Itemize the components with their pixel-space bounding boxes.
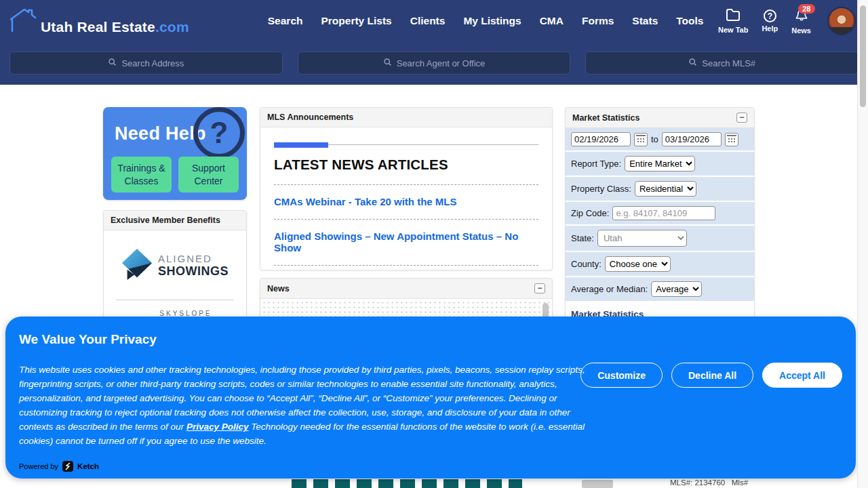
state-label: State: bbox=[571, 233, 594, 243]
calendar-icon[interactable] bbox=[725, 133, 738, 146]
report-type-label: Report Type: bbox=[571, 159, 621, 169]
top-navigation-bar: Utah Real Estate.com Search Property Lis… bbox=[0, 0, 868, 85]
average-median-label: Average or Median: bbox=[571, 284, 648, 294]
dashed-divider bbox=[274, 184, 538, 185]
user-avatar[interactable] bbox=[827, 7, 856, 35]
privacy-policy-link[interactable]: Privacy Policy bbox=[186, 422, 249, 432]
news-article-link[interactable]: CMAs Webinar - Take 20 with the MLS bbox=[274, 196, 538, 207]
search-icon bbox=[383, 58, 392, 68]
latest-news-heading: LATEST NEWS ARTICLES bbox=[274, 157, 538, 173]
property-class-select[interactable]: Residential bbox=[635, 181, 696, 197]
nav-forms[interactable]: Forms bbox=[582, 15, 614, 27]
state-row: State: Utah bbox=[566, 226, 754, 252]
new-tab-icon bbox=[726, 8, 741, 24]
privacy-banner-text: This website uses cookies and other trac… bbox=[19, 363, 597, 448]
date-range-row: to bbox=[566, 128, 754, 152]
report-type-row: Report Type: Entire Market bbox=[566, 152, 754, 177]
page-scrollbar[interactable] bbox=[857, 0, 868, 488]
calendar-icon[interactable] bbox=[634, 133, 648, 146]
scrollbar-thumb[interactable] bbox=[860, 5, 866, 107]
dashed-divider bbox=[274, 219, 538, 220]
nav-cma[interactable]: CMA bbox=[540, 15, 564, 27]
powered-by-label: Powered by bbox=[19, 462, 58, 470]
market-statistics-title: Market Statistics bbox=[572, 113, 639, 123]
zip-code-input[interactable] bbox=[612, 206, 715, 220]
minimize-icon[interactable] bbox=[736, 113, 747, 123]
news-count-badge: 28 bbox=[798, 4, 814, 14]
member-benefits-title: Exclusive Member Benefits bbox=[111, 216, 220, 225]
divider bbox=[274, 144, 538, 145]
county-label: County: bbox=[571, 259, 601, 269]
need-help-card: Need Help Trainings & Classes Support Ce… bbox=[103, 107, 247, 200]
support-center-button[interactable]: Support Center bbox=[178, 157, 239, 192]
help-icon bbox=[764, 9, 776, 22]
customize-button[interactable]: Customize bbox=[580, 363, 663, 388]
divider bbox=[116, 300, 235, 300]
date-from-input[interactable] bbox=[571, 132, 631, 146]
property-class-label: Property Class: bbox=[571, 184, 631, 194]
decline-all-button[interactable]: Decline All bbox=[671, 363, 753, 388]
property-class-row: Property Class: Residential bbox=[566, 177, 754, 202]
minimize-icon[interactable] bbox=[534, 283, 545, 293]
aligned-logo-line1: ALIGNED bbox=[158, 253, 229, 264]
search-mls-input[interactable]: Search MLS# bbox=[585, 52, 859, 75]
news-article-link[interactable]: Aligned Showings – New Appointment Statu… bbox=[274, 230, 538, 253]
accept-all-button[interactable]: Accept All bbox=[762, 363, 842, 388]
average-median-row: Average or Median: Average bbox=[566, 277, 754, 302]
average-median-select[interactable]: Average bbox=[651, 281, 702, 297]
zip-code-row: Zip Code: bbox=[566, 202, 754, 226]
aligned-showings-logo[interactable]: ALIGNED SHOWINGS bbox=[121, 248, 229, 283]
clipped-scrollbar bbox=[582, 480, 613, 488]
site-logo[interactable]: Utah Real Estate.com bbox=[9, 7, 189, 35]
question-mark-icon bbox=[193, 107, 245, 159]
news-title: News bbox=[267, 284, 290, 293]
dashed-divider bbox=[274, 265, 538, 266]
new-tab-button[interactable]: New Tab bbox=[718, 8, 748, 34]
date-to-input[interactable] bbox=[662, 132, 722, 146]
privacy-banner-title: We Value Your Privacy bbox=[19, 332, 157, 347]
state-select[interactable]: Utah bbox=[597, 230, 687, 247]
nav-tools[interactable]: Tools bbox=[676, 15, 703, 27]
search-address-input[interactable]: Search Address bbox=[9, 52, 283, 75]
mls-announcements-title: MLS Announcements bbox=[267, 113, 353, 122]
search-icon bbox=[688, 58, 697, 68]
house-icon bbox=[9, 7, 37, 35]
county-row: County: Choose one bbox=[566, 252, 754, 277]
clipped-mls-text: MLS#: 2134760 Mls# bbox=[670, 479, 748, 487]
search-agent-office-input[interactable]: Search Agent or Office bbox=[298, 52, 571, 75]
logo-text: Utah Real Estate.com bbox=[41, 19, 189, 35]
main-nav: Search Property Lists Clients My Listing… bbox=[268, 15, 704, 27]
ketch-label: Ketch bbox=[77, 462, 99, 470]
to-label: to bbox=[651, 134, 658, 144]
aligned-logo-line2: SHOWINGS bbox=[158, 264, 229, 279]
nav-search[interactable]: Search bbox=[268, 15, 303, 27]
news-button[interactable]: 28 News bbox=[791, 8, 811, 35]
county-select[interactable]: Choose one bbox=[605, 256, 671, 272]
mls-announcements-panel: MLS Announcements LATEST NEWS ARTICLES C… bbox=[260, 107, 553, 270]
cookie-consent-banner: We Value Your Privacy This website uses … bbox=[5, 317, 856, 479]
search-icon bbox=[108, 58, 117, 68]
aligned-showings-icon bbox=[121, 248, 153, 283]
zip-code-label: Zip Code: bbox=[571, 208, 609, 218]
page: Utah Real Estate.com Search Property Lis… bbox=[0, 0, 868, 488]
accent-bar bbox=[274, 142, 328, 148]
trainings-classes-button[interactable]: Trainings & Classes bbox=[111, 157, 172, 192]
help-button[interactable]: Help bbox=[762, 9, 778, 33]
clipped-headline bbox=[292, 479, 522, 488]
report-type-select[interactable]: Entire Market bbox=[625, 156, 695, 171]
ketch-icon bbox=[62, 461, 73, 472]
nav-clients[interactable]: Clients bbox=[410, 15, 446, 27]
need-help-title: Need Help bbox=[115, 123, 206, 144]
nav-property-lists[interactable]: Property Lists bbox=[321, 15, 391, 27]
nav-my-listings[interactable]: My Listings bbox=[463, 15, 521, 27]
nav-stats[interactable]: Stats bbox=[632, 15, 658, 27]
